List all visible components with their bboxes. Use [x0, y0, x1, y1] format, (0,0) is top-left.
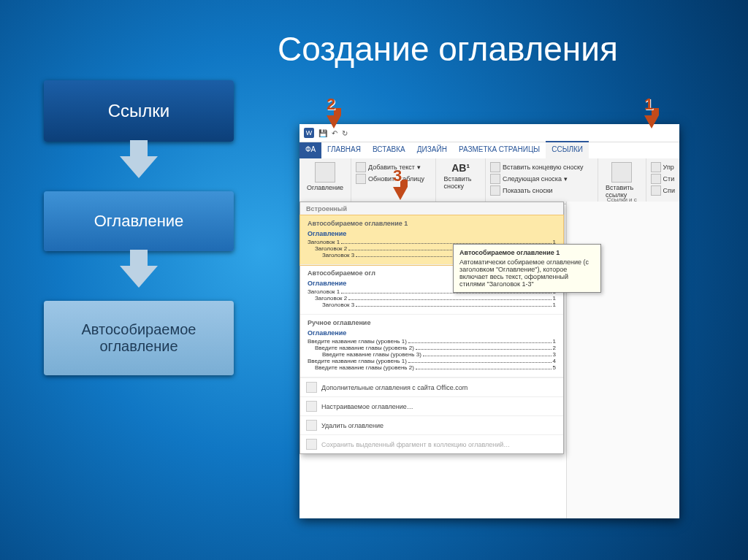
flow-box-links: Ссылки	[44, 80, 234, 142]
save-icon[interactable]: 💾	[318, 129, 327, 137]
slide-title: Создание оглавления	[278, 29, 618, 69]
flow-diagram: Ссылки Оглавление Автособираемое оглавле…	[44, 80, 234, 375]
flow-box-toc: Оглавление	[44, 191, 234, 251]
gallery-remove-toc[interactable]: Удалить оглавление	[300, 415, 563, 434]
toc-button[interactable]: Оглавление	[304, 161, 346, 193]
next-icon	[490, 174, 500, 184]
tooltip-body: Автоматически собираемое оглавление (с з…	[459, 258, 595, 288]
gallery-more-office[interactable]: Дополнительные оглавления с сайта Office…	[300, 377, 563, 396]
arrow-down-icon	[120, 156, 158, 178]
ribbon: Оглавление Добавить текст ▾ Обновить таб…	[299, 158, 679, 204]
tab-file[interactable]: ФА	[299, 142, 321, 158]
undo-icon[interactable]: ↶	[332, 129, 337, 137]
gallery-item-manual[interactable]: Ручное оглавление Оглавление Введите наз…	[300, 315, 563, 377]
ribbon-group-toc: Оглавление	[299, 158, 351, 204]
toc-button-label: Оглавление	[307, 184, 343, 191]
custom-icon	[306, 401, 317, 412]
ribbon-group-biblio: Упр Сти Спи	[646, 158, 679, 204]
save-gallery-icon	[306, 439, 317, 450]
callout-2: 2	[327, 95, 341, 129]
style-button[interactable]: Сти	[651, 174, 675, 184]
tooltip-title: Автособираемое оглавление 1	[459, 249, 595, 256]
callout-1: 1	[644, 95, 659, 129]
tab-references[interactable]: ССЫЛКИ	[546, 141, 589, 158]
ribbon-group-footnote-tools: Вставить концевую сноску Следующая сноск…	[486, 158, 598, 204]
tooltip: Автособираемое оглавление 1 Автоматическ…	[453, 244, 601, 293]
style-icon	[651, 174, 661, 184]
endnote-icon	[490, 162, 500, 172]
ribbon-group-citation: Вставить ссылку Ссылки и с	[598, 158, 646, 204]
add-text-icon	[356, 162, 366, 172]
ribbon-tabs: ФА ГЛАВНАЯ ВСТАВКА ДИЗАЙН РАЗМЕТКА СТРАН…	[299, 142, 679, 158]
tab-insert[interactable]: ВСТАВКА	[367, 142, 411, 158]
word-app-screenshot: W 💾 ↶ ↻ ФА ГЛАВНАЯ ВСТАВКА ДИЗАЙН РАЗМЕТ…	[299, 124, 679, 518]
ab-icon: AB¹	[451, 162, 470, 174]
arrow-down-icon	[393, 187, 408, 200]
ribbon-group-footnote: AB¹ Вставить сноску	[436, 158, 486, 204]
slide: Создание оглавления Ссылки Оглавление Ав…	[0, 0, 748, 560]
gallery-save-selection: Сохранить выделенный фрагмент в коллекци…	[300, 434, 563, 453]
list-icon	[651, 185, 661, 196]
refresh-icon	[356, 174, 366, 184]
tab-layout[interactable]: РАЗМЕТКА СТРАНИЦЫ	[453, 142, 546, 158]
remove-icon	[306, 420, 317, 431]
tab-home[interactable]: ГЛАВНАЯ	[321, 142, 367, 158]
flow-box-auto-toc: Автособираемое оглавление	[44, 301, 234, 375]
toc-icon	[315, 162, 335, 183]
arrow-down-icon	[120, 266, 158, 288]
next-footnote-button[interactable]: Следующая сноска ▾	[490, 174, 593, 184]
show-icon	[490, 185, 500, 196]
show-notes-button[interactable]: Показать сноски	[490, 185, 593, 196]
arrow-down-icon	[327, 115, 341, 129]
manage-sources-button[interactable]: Упр	[651, 162, 675, 172]
insert-footnote-button[interactable]: AB¹ Вставить сноску	[440, 161, 481, 191]
tab-design[interactable]: ДИЗАЙН	[411, 142, 453, 158]
link-icon	[611, 162, 632, 183]
insert-footnote-label: Вставить сноску	[443, 175, 478, 190]
arrow-down-icon	[644, 115, 659, 129]
toc-gallery-dropdown: Встроенный Автособираемое оглавление 1 О…	[299, 202, 564, 454]
gallery-section-builtin: Встроенный	[300, 202, 563, 215]
office-icon	[306, 382, 317, 393]
manage-icon	[651, 162, 661, 172]
insert-endnote-button[interactable]: Вставить концевую сноску	[490, 162, 593, 172]
callout-3: 3	[393, 166, 408, 200]
insert-link-button[interactable]: Вставить ссылку	[603, 161, 641, 200]
redo-icon[interactable]: ↻	[342, 129, 348, 137]
bibliography-button[interactable]: Спи	[651, 185, 675, 196]
word-icon: W	[304, 128, 314, 138]
gallery-custom-toc[interactable]: Настраиваемое оглавление…	[300, 396, 563, 415]
quick-access-toolbar: W 💾 ↶ ↻	[299, 124, 679, 142]
